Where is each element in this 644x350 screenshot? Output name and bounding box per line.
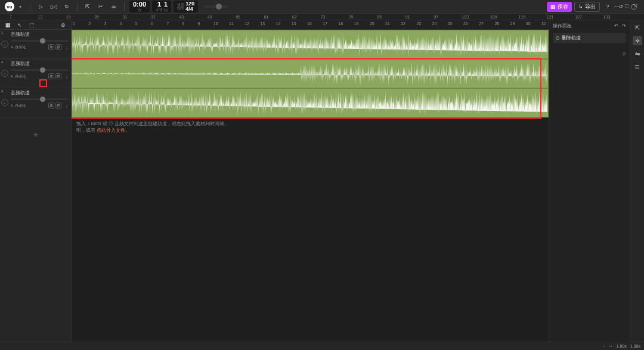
export-button[interactable]: ↳ 导出 bbox=[574, 2, 600, 12]
redo-icon[interactable]: ↷ bbox=[622, 23, 626, 29]
track-panel-toolbar: ▦ ↖ ⬚ ⊚ bbox=[0, 20, 71, 30]
ruler-tick: 5 bbox=[135, 21, 138, 26]
ruler-tick: 22 bbox=[401, 21, 405, 26]
track-header-panel: ▦ ↖ ⬚ ⊚ 2 ♪ 音频轨道 ↳ 自动化 单 静 ⋮ 4 ♪ 音频轨道 ↳ … bbox=[0, 20, 72, 350]
track-volume-slider[interactable] bbox=[11, 98, 69, 100]
minimap-marker: 55 bbox=[236, 15, 240, 19]
tool-cut-icon[interactable]: ✂ bbox=[95, 1, 106, 12]
stop-button[interactable]: ▯◁ bbox=[48, 1, 59, 12]
time-display[interactable]: 0:00 分 bbox=[129, 1, 150, 13]
app-logo[interactable]: vu bbox=[5, 2, 14, 11]
zoom-horizontal[interactable]: 1.00x bbox=[617, 344, 627, 348]
tool-fade-icon[interactable]: ⟚ bbox=[109, 1, 119, 12]
bottom-bar: ◦ ↔ 1.00x 1.00x bbox=[0, 342, 644, 350]
tool-wand-icon[interactable]: ✧ bbox=[633, 36, 642, 45]
ruler-tick: 31 bbox=[541, 21, 546, 26]
panel-add-icon[interactable]: ⊕ bbox=[553, 51, 626, 57]
right-sidebar: 操作面板 ↶ ↷ 删除轨道 ⊕ ⇱ ✧ ⇆ ☰ bbox=[549, 20, 644, 350]
undo-icon[interactable]: ↶ bbox=[614, 23, 618, 29]
save-button[interactable]: ▦ 保存 bbox=[547, 2, 572, 12]
minimap-marker: 7 bbox=[10, 15, 12, 19]
zoom-h-down[interactable]: ◦ bbox=[603, 344, 605, 348]
tool-link-icon[interactable]: ⇆ bbox=[633, 49, 642, 58]
pointer-tool-icon[interactable]: ↖ bbox=[16, 21, 24, 29]
ruler-tick: 27 bbox=[479, 21, 484, 26]
import-file-link[interactable]: 点此导入文件 bbox=[97, 128, 125, 133]
track-volume-slider[interactable] bbox=[11, 69, 69, 71]
ruler-tick: 14 bbox=[276, 21, 281, 26]
tempo-tsig-display[interactable]: 速度拍号 1204/4 bbox=[174, 1, 198, 13]
app-menu-chevron-icon[interactable]: ▾ bbox=[19, 4, 21, 10]
track-volume-slider[interactable] bbox=[11, 40, 69, 42]
audio-clip[interactable] bbox=[72, 59, 549, 88]
track-mute-button[interactable]: 单 bbox=[48, 73, 54, 79]
minimap-marker: 79 bbox=[349, 15, 354, 19]
tool-arrow-icon[interactable]: ⇱ bbox=[82, 1, 93, 12]
track-more-icon[interactable]: ⋮ bbox=[65, 75, 69, 79]
select-tool-icon[interactable]: ⬚ bbox=[27, 21, 36, 29]
window-close[interactable]: ✕ bbox=[633, 2, 638, 9]
ruler-tick: 6 bbox=[151, 21, 153, 26]
ruler-tick: 18 bbox=[338, 21, 343, 26]
track-header[interactable]: 3 ♪ 音频轨道 ↳ 自动化 单 静 ⋮ bbox=[0, 88, 71, 117]
status-dot-icon bbox=[556, 36, 559, 40]
ruler-tick: 1 bbox=[73, 21, 75, 26]
track-number: 4 bbox=[1, 60, 3, 64]
minimap[interactable]: 7131925313743495561677379859197103109115… bbox=[0, 13, 644, 20]
time-value: 0:00 bbox=[133, 1, 146, 8]
minimap-marker: 67 bbox=[292, 15, 297, 19]
track-header[interactable]: 2 ♪ 音频轨道 ↳ 自动化 单 静 ⋮ bbox=[0, 30, 71, 59]
tool-expand-icon[interactable]: ⇱ bbox=[633, 23, 642, 32]
track-header[interactable]: 4 ♪ 音频轨道 ↳ 自动化 单 静 ⋮ bbox=[0, 59, 71, 88]
time-ruler[interactable]: 1234567891011121314151617181920212223242… bbox=[72, 20, 549, 30]
audio-clip[interactable] bbox=[72, 30, 549, 59]
minimap-marker: 43 bbox=[179, 15, 184, 19]
minimap-marker: 109 bbox=[490, 15, 497, 19]
minimap-marker: 61 bbox=[264, 15, 269, 19]
track-arm-icon[interactable]: ♪ bbox=[1, 41, 8, 48]
track-automation-label[interactable]: ↳ 自动化 bbox=[11, 45, 26, 50]
arrangement-view[interactable]: 1234567891011121314151617181920212223242… bbox=[72, 20, 549, 350]
ruler-tick: 9 bbox=[198, 21, 200, 26]
minimap-marker: 49 bbox=[208, 15, 212, 19]
ruler-tick: 19 bbox=[354, 21, 359, 26]
minimap-marker: 31 bbox=[123, 15, 128, 19]
zoom-vertical[interactable]: 1.00x bbox=[630, 344, 640, 348]
track-automation-label[interactable]: ↳ 自动化 bbox=[11, 74, 26, 79]
track-name[interactable]: 音频轨道 bbox=[11, 89, 69, 96]
minimap-marker: 127 bbox=[575, 15, 582, 19]
track-more-icon[interactable]: ⋮ bbox=[65, 104, 69, 108]
window-minimize[interactable]: — bbox=[614, 2, 620, 9]
track-solo-button[interactable]: 静 bbox=[55, 73, 61, 79]
play-button[interactable]: ▷ bbox=[35, 1, 46, 12]
bar-beat-display[interactable]: 1小节 1拍 bbox=[152, 1, 171, 13]
add-track-button[interactable]: ＋ bbox=[0, 117, 71, 350]
track-more-icon[interactable]: ⋮ bbox=[65, 45, 69, 49]
track-mute-button[interactable]: 单 bbox=[48, 44, 54, 50]
track-name[interactable]: 音频轨道 bbox=[11, 60, 69, 67]
track-solo-button[interactable]: 静 bbox=[55, 44, 61, 50]
track-automation-label[interactable]: ↳ 自动化 bbox=[11, 103, 26, 109]
ruler-tick: 29 bbox=[510, 21, 515, 26]
master-volume-slider[interactable] bbox=[204, 5, 228, 8]
track-mute-button[interactable]: 单 bbox=[48, 103, 54, 109]
track-settings-icon[interactable]: ⊚ bbox=[59, 21, 67, 29]
track-solo-button[interactable]: 静 bbox=[55, 103, 61, 109]
track-name[interactable]: 音频轨道 bbox=[11, 31, 69, 38]
track-arm-icon[interactable]: ♪ bbox=[1, 70, 8, 77]
ruler-tick: 23 bbox=[416, 21, 421, 26]
panel-delete-track[interactable]: 删除轨道 bbox=[553, 33, 626, 43]
tool-list-icon[interactable]: ☰ bbox=[633, 62, 642, 72]
window-maximize[interactable]: □ bbox=[625, 2, 628, 9]
audio-clip[interactable] bbox=[72, 88, 549, 117]
minimap-marker: 121 bbox=[547, 15, 554, 19]
snap-toggle[interactable]: ▦ bbox=[4, 21, 12, 29]
help-button[interactable]: ? bbox=[602, 1, 613, 12]
ruler-tick: 28 bbox=[494, 21, 499, 26]
track-arm-icon[interactable]: ♪ bbox=[1, 99, 8, 106]
ruler-tick: 20 bbox=[370, 21, 374, 26]
loop-button[interactable]: ↻ bbox=[61, 1, 72, 12]
ruler-tick: 7 bbox=[166, 21, 169, 26]
panel-title: 操作面板 bbox=[553, 23, 572, 29]
track-number: 2 bbox=[1, 31, 3, 35]
